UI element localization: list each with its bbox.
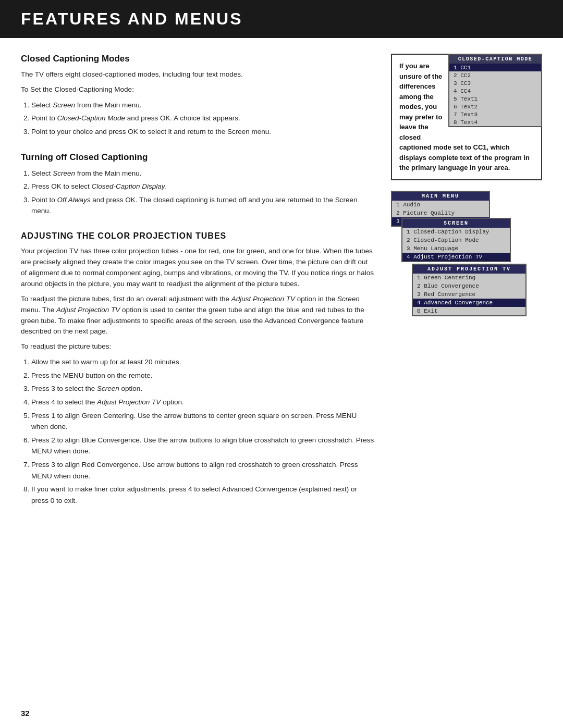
main-menu-item-1: 1 Audio bbox=[392, 201, 489, 209]
section-turning-off-cc: Turning off Closed Captioning Select Scr… bbox=[21, 152, 375, 217]
cc-menu-item-1: 1 CC1 bbox=[449, 64, 541, 71]
section-closed-captioning-modes: Closed Captioning Modes The TV offers ei… bbox=[21, 54, 375, 138]
adjust-menu-box: ADJUST PROJECTION TV 1 Green Centering 2… bbox=[412, 264, 527, 316]
adjust-menu-item-1: 1 Green Centering bbox=[413, 274, 525, 282]
adjust-menu-item-2: 2 Blue Convergence bbox=[413, 282, 525, 290]
cc-menu-item-2: 2 CC2 bbox=[449, 71, 541, 79]
section-title-turning-off: Turning off Closed Captioning bbox=[21, 152, 375, 163]
cc-menu-item-8: 8 Text4 bbox=[449, 118, 541, 126]
cc-modes-step-3: Point to your choice and press OK to sel… bbox=[31, 126, 375, 138]
page-header: FEATURES AND MENUS bbox=[0, 0, 563, 38]
screen-menu-box: SCREEN 1 Closed-Caption Display 2 Closed… bbox=[401, 218, 511, 262]
section-title-adjusting-tubes: ADJUSTING THE COLOR PROJECTION TUBES bbox=[21, 231, 375, 241]
adj-step-7: Press 3 to align Red Convergence. Use ar… bbox=[31, 459, 375, 482]
adjust-menu-item-5: 0 Exit bbox=[413, 307, 525, 315]
screen-menu-item-3: 3 Menu Language bbox=[402, 244, 510, 253]
screen-menu-item-1: 1 Closed-Caption Display bbox=[402, 228, 510, 236]
cc-menu-title: CLOSED-CAPTION MODE bbox=[449, 55, 541, 64]
section-title-cc-modes: Closed Captioning Modes bbox=[21, 54, 375, 64]
main-menu-item-2: 2 Picture Quality bbox=[392, 209, 489, 217]
adjusting-tubes-para1: Your projection TV has three color proje… bbox=[21, 246, 375, 290]
turning-off-steps: Select Screen from the Main menu. Press … bbox=[31, 168, 375, 217]
menu-cascade-container: MAIN MENU 1 Audio 2 Picture Quality 3 Sc… bbox=[391, 191, 542, 368]
adj-step-3: Press 3 to select the Screen option. bbox=[31, 383, 375, 394]
cc-modes-step-1: Select Screen from the Main menu. bbox=[31, 100, 375, 111]
adjusting-tubes-steps: Allow the set to warm up for at least 20… bbox=[31, 356, 375, 506]
screen-menu-item-4: 4 Adjust Projection TV bbox=[402, 253, 510, 261]
cc-menu-item-6: 6 Text2 bbox=[449, 103, 541, 110]
adj-step-6: Press 2 to align Blue Convergence. Use t… bbox=[31, 435, 375, 457]
screen-menu-title: SCREEN bbox=[402, 219, 510, 228]
section-adjusting-tubes: ADJUSTING THE COLOR PROJECTION TUBES You… bbox=[21, 231, 375, 506]
page-number: 32 bbox=[21, 709, 30, 718]
cc-menu-item-3: 3 CC3 bbox=[449, 79, 541, 87]
adjust-menu-item-3: 3 Red Convergence bbox=[413, 290, 525, 299]
turning-off-step-2: Press OK to select Closed-Caption Displa… bbox=[31, 181, 375, 192]
left-column: Closed Captioning Modes The TV offers ei… bbox=[21, 54, 375, 521]
cc-modes-steps: Select Screen from the Main menu. Point … bbox=[31, 100, 375, 138]
adj-step-1: Allow the set to warm up for at least 20… bbox=[31, 356, 375, 368]
page-title: FEATURES AND MENUS bbox=[21, 9, 542, 29]
adjust-menu-item-4: 4 Advanced Convergence bbox=[413, 299, 525, 307]
adj-step-8: If you want to make finer color adjustme… bbox=[31, 484, 375, 506]
cc-menu-item-4: 4 CC4 bbox=[449, 87, 541, 95]
cc-modes-step-2: Point to Closed-Caption Mode and press O… bbox=[31, 113, 375, 124]
adjust-menu-title: ADJUST PROJECTION TV bbox=[413, 265, 525, 274]
main-menu-title: MAIN MENU bbox=[392, 192, 489, 201]
adjusting-tubes-para2: To readjust the picture tubes, first do … bbox=[21, 294, 375, 338]
cc-mode-menu-box: CLOSED-CAPTION MODE 1 CC1 2 CC2 3 CC3 4 … bbox=[448, 54, 542, 127]
turning-off-step-3: Point to Off Always and press OK. The cl… bbox=[31, 194, 375, 217]
turning-off-step-1: Select Screen from the Main menu. bbox=[31, 168, 375, 179]
adj-step-2: Press the MENU button on the remote. bbox=[31, 370, 375, 381]
right-column: CLOSED-CAPTION MODE 1 CC1 2 CC2 3 CC3 4 … bbox=[391, 54, 542, 521]
cc-modes-setup-label: To Set the Closed-Captioning Mode: bbox=[21, 84, 375, 95]
cc-menu-item-7: 7 Text3 bbox=[449, 110, 541, 118]
cc-modes-intro: The TV offers eight closed-captioned mod… bbox=[21, 69, 375, 80]
adj-step-4: Press 4 to select the Adjust Projection … bbox=[31, 397, 375, 408]
adj-step-5: Press 1 to align Green Centering. Use th… bbox=[31, 410, 375, 433]
screen-menu-item-2: 2 Closed-Caption Mode bbox=[402, 236, 510, 244]
adjusting-tubes-readjust-label: To readjust the picture tubes: bbox=[21, 341, 375, 352]
cc-menu-item-5: 5 Text1 bbox=[449, 95, 541, 103]
